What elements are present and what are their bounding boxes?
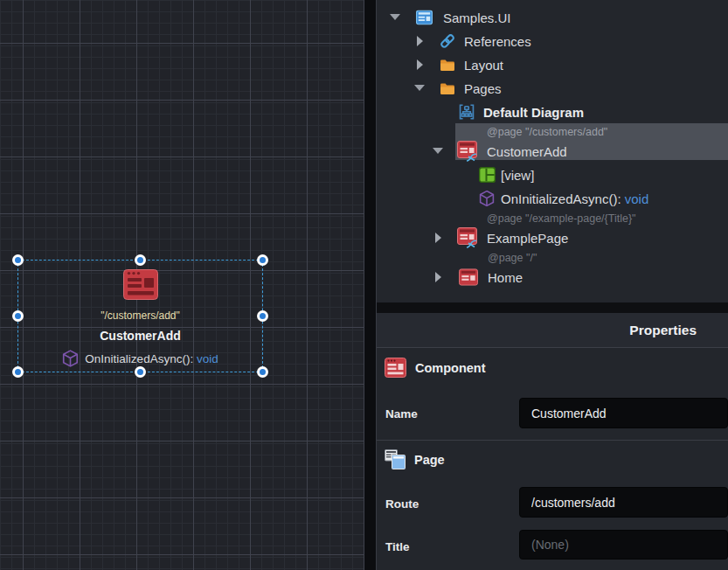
panel-splitter[interactable] bbox=[364, 0, 376, 570]
expand-arrow-icon[interactable] bbox=[413, 82, 426, 94]
tree-label: [view] bbox=[501, 167, 534, 182]
title-label: Title bbox=[385, 540, 410, 553]
link-icon bbox=[440, 33, 455, 49]
node-route-text: "/customers/add" bbox=[101, 309, 180, 322]
page-icon bbox=[123, 269, 158, 303]
expand-arrow-icon[interactable] bbox=[389, 11, 401, 24]
node-method-name: OnInitializedAsync(): bbox=[85, 352, 197, 365]
component-section-header: Component bbox=[385, 358, 486, 378]
diagram-canvas[interactable]: "/customers/add" CustomerAdd OnInitializ… bbox=[0, 0, 364, 570]
expand-arrow-icon[interactable] bbox=[432, 145, 444, 157]
tree-label: Samples.UI bbox=[443, 10, 511, 24]
tree-label: ExamplePage bbox=[487, 230, 568, 245]
tree-label: Default Diagram bbox=[483, 104, 584, 119]
tree-item-examplepage[interactable]: @page "/example-page/{Title}" ExamplePag… bbox=[377, 210, 728, 249]
resize-handle-top-right[interactable] bbox=[257, 254, 268, 266]
app-window-icon bbox=[416, 10, 433, 24]
page-component-icon bbox=[457, 141, 478, 162]
tree-label: OnInitializedAsync(): void bbox=[501, 191, 648, 205]
title-input[interactable] bbox=[519, 530, 728, 560]
cube-icon bbox=[62, 350, 79, 367]
panel-divider bbox=[377, 302, 728, 313]
page-directive-annotation: @page "/" bbox=[488, 251, 537, 265]
solution-tree: Samples.UI References bbox=[377, 0, 728, 302]
tree-item-samples-ui[interactable]: Samples.UI bbox=[377, 5, 728, 29]
section-divider bbox=[377, 440, 728, 441]
resize-handle-bottom-right[interactable] bbox=[257, 366, 268, 378]
right-panel: Samples.UI References bbox=[376, 0, 728, 570]
section-label: Page bbox=[414, 453, 445, 467]
tree-item-view[interactable]: [view] bbox=[377, 163, 728, 186]
resize-handle-middle-right[interactable] bbox=[257, 310, 268, 322]
folder-icon bbox=[440, 58, 455, 71]
properties-header: Properties bbox=[377, 313, 728, 348]
node-method-return: void bbox=[197, 352, 218, 365]
page-icon bbox=[459, 268, 478, 286]
resize-handle-top-left[interactable] bbox=[12, 254, 24, 266]
page-component-icon bbox=[457, 227, 478, 248]
tree-item-oninitializedasync[interactable]: OnInitializedAsync(): void bbox=[377, 186, 728, 210]
name-input[interactable] bbox=[519, 398, 728, 428]
page-directive-annotation: @page "/customers/add" bbox=[487, 125, 607, 139]
folder-icon bbox=[440, 81, 455, 94]
tree-label: CustomerAdd bbox=[487, 143, 567, 158]
expand-arrow-icon[interactable] bbox=[413, 35, 426, 47]
resize-handle-top-middle[interactable] bbox=[135, 254, 146, 266]
tree-label: Layout bbox=[464, 57, 503, 72]
tree-item-default-diagram[interactable]: Default Diagram bbox=[377, 100, 728, 123]
tree-item-pages[interactable]: Pages bbox=[377, 76, 728, 100]
resize-handle-bottom-left[interactable] bbox=[12, 366, 24, 378]
route-input[interactable] bbox=[519, 487, 728, 518]
name-label: Name bbox=[385, 407, 418, 421]
expand-arrow-icon[interactable] bbox=[413, 59, 426, 71]
tree-item-references[interactable]: References bbox=[377, 29, 728, 52]
node-method-row: OnInitializedAsync(): void bbox=[62, 350, 218, 367]
route-label: Route bbox=[385, 497, 419, 511]
expand-arrow-icon[interactable] bbox=[432, 271, 444, 283]
page-section-header: Page bbox=[385, 449, 445, 469]
section-label: Component bbox=[415, 361, 486, 375]
node-name-text: CustomerAdd bbox=[100, 329, 181, 343]
resize-handle-bottom-middle[interactable] bbox=[135, 366, 146, 378]
tree-item-customeradd[interactable]: @page "/customers/add" CustomerAdd bbox=[377, 123, 728, 163]
tree-label: References bbox=[464, 33, 531, 48]
tree-label: Home bbox=[488, 269, 523, 284]
page-windows-icon bbox=[385, 449, 406, 469]
tree-label: Pages bbox=[464, 80, 502, 95]
expand-arrow-icon[interactable] bbox=[432, 232, 444, 244]
view-icon bbox=[479, 167, 496, 183]
properties-title: Properties bbox=[629, 323, 697, 338]
tree-item-home[interactable]: @page "/" Home bbox=[377, 249, 728, 288]
diagram-icon bbox=[458, 103, 475, 120]
selected-node-customeradd[interactable]: "/customers/add" CustomerAdd OnInitializ… bbox=[17, 260, 263, 372]
tree-item-layout[interactable]: Layout bbox=[377, 52, 728, 76]
resize-handle-middle-left[interactable] bbox=[12, 310, 24, 322]
cube-icon bbox=[479, 190, 495, 206]
component-icon bbox=[385, 358, 406, 378]
page-directive-annotation: @page "/example-page/{Title}" bbox=[487, 212, 636, 226]
